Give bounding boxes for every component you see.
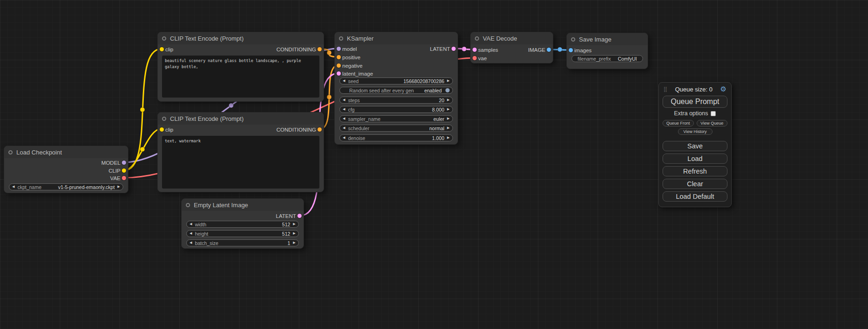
load-button[interactable]: Load (663, 154, 727, 164)
port-latent-output[interactable] (452, 47, 456, 51)
node-titlebar[interactable]: KSampler (335, 32, 458, 44)
widget-denoise[interactable]: ◀ denoise 1.000 ▶ (339, 134, 453, 141)
decrement-icon[interactable]: ◀ (343, 77, 345, 84)
queue-front-button[interactable]: Queue Front (663, 120, 694, 126)
collapse-dot-icon[interactable] (475, 36, 479, 41)
increment-icon[interactable]: ▶ (293, 239, 296, 246)
widget-ckpt-name[interactable]: ◀ ckpt_name v1-5-pruned-emaonly.ckpt ▶ (9, 183, 123, 190)
increment-icon[interactable]: ▶ (293, 230, 296, 237)
increment-icon[interactable]: ▶ (447, 77, 450, 84)
decrement-icon[interactable]: ◀ (343, 134, 345, 141)
port-model-output[interactable] (122, 161, 126, 165)
slot-label-model: model (342, 45, 357, 53)
increment-icon[interactable]: ▶ (118, 183, 120, 190)
prompt-textarea[interactable]: beautiful scenery nature glass bottle la… (162, 56, 319, 98)
node-title: CLIP Text Encode (Prompt) (170, 115, 244, 122)
queue-prompt-button[interactable]: Queue Prompt (663, 96, 727, 108)
clear-button[interactable]: Clear (663, 179, 727, 189)
node-title: Load Checkpoint (16, 149, 62, 156)
node-titlebar[interactable]: CLIP Text Encode (Prompt) (158, 32, 324, 44)
collapse-dot-icon[interactable] (186, 203, 190, 207)
node-ksampler[interactable]: KSampler model positive negative latent_… (334, 32, 458, 145)
load-default-button[interactable]: Load Default (663, 191, 727, 202)
collapse-dot-icon[interactable] (339, 36, 343, 41)
node-titlebar[interactable]: VAE Decode (471, 32, 553, 44)
increment-icon[interactable]: ▶ (447, 97, 450, 104)
node-title: Empty Latent Image (194, 202, 248, 209)
port-clip-output[interactable] (122, 168, 126, 173)
queue-panel-header: ⣿ Queue size: 0 ⚙ (663, 85, 727, 96)
port-image-output[interactable] (547, 48, 551, 52)
prompt-textarea[interactable]: text, watermark (162, 136, 319, 189)
port-images-input[interactable] (569, 48, 573, 52)
decrement-icon[interactable]: ◀ (12, 183, 14, 190)
node-titlebar[interactable]: CLIP Text Encode (Prompt) (158, 112, 324, 125)
toggle-knob-icon[interactable] (445, 88, 450, 92)
port-vae-input[interactable] (473, 56, 477, 60)
widget-seed[interactable]: ◀ seed 156680208700286 ▶ (339, 77, 453, 84)
increment-icon[interactable]: ▶ (447, 106, 450, 113)
refresh-button[interactable]: Refresh (663, 166, 727, 176)
collapse-dot-icon[interactable] (571, 37, 575, 42)
port-clip-input[interactable] (160, 47, 164, 51)
decrement-icon[interactable]: ◀ (190, 221, 192, 228)
collapse-dot-icon[interactable] (162, 117, 166, 121)
widget-batch-size[interactable]: ◀ batch_size 1 ▶ (186, 239, 299, 246)
widget-scheduler[interactable]: ◀ scheduler normal ▶ (339, 125, 453, 132)
collapse-dot-icon[interactable] (8, 150, 13, 154)
decrement-icon[interactable]: ◀ (343, 106, 345, 113)
widget-cfg[interactable]: ◀ cfg 8.000 ▶ (339, 106, 453, 113)
widget-value: 1.000 (432, 135, 444, 141)
port-model-input[interactable] (337, 47, 341, 51)
node-titlebar[interactable]: Save Image (567, 33, 648, 45)
view-queue-button[interactable]: View Queue (697, 120, 728, 126)
increment-icon[interactable]: ▶ (447, 125, 450, 132)
increment-icon[interactable]: ▶ (293, 221, 296, 228)
port-positive-input[interactable] (337, 55, 341, 59)
increment-icon[interactable]: ▶ (447, 134, 450, 141)
decrement-icon[interactable]: ◀ (343, 125, 345, 132)
widget-label: height (195, 231, 208, 237)
node-vae-decode[interactable]: VAE Decode samples vae IMAGE (470, 32, 553, 63)
decrement-icon[interactable]: ◀ (190, 230, 192, 237)
widget-width[interactable]: ◀ width 512 ▶ (186, 221, 299, 228)
extra-options-checkbox[interactable] (711, 111, 716, 116)
view-history-button[interactable]: View History (678, 128, 713, 135)
port-conditioning-output[interactable] (318, 127, 322, 132)
node-clip-text-encode-negative[interactable]: CLIP Text Encode (Prompt) clip CONDITION… (157, 112, 324, 192)
widget-height[interactable]: ◀ height 512 ▶ (186, 230, 299, 237)
node-save-image[interactable]: Save Image images filename_prefix ComfyU… (566, 33, 648, 69)
queue-panel: ⣿ Queue size: 0 ⚙ Queue Prompt Extra opt… (658, 82, 732, 207)
port-latent-output[interactable] (297, 214, 302, 218)
widget-value: enabled (424, 88, 442, 93)
decrement-icon[interactable]: ◀ (343, 97, 345, 104)
slot-label-vae: vae (478, 55, 487, 62)
decrement-icon[interactable]: ◀ (190, 239, 192, 246)
port-negative-input[interactable] (337, 63, 341, 68)
node-titlebar[interactable]: Empty Latent Image (182, 199, 303, 211)
graph-canvas[interactable]: Load Checkpoint MODEL CLIP VAE ◀ ckpt_na… (0, 0, 868, 329)
node-clip-text-encode-positive[interactable]: CLIP Text Encode (Prompt) clip CONDITION… (157, 32, 324, 102)
widget-filename-prefix[interactable]: filename_prefix ComfyUI (572, 55, 643, 62)
queue-actions-row: Queue Front View Queue (663, 120, 727, 126)
port-conditioning-output[interactable] (318, 47, 322, 51)
collapse-dot-icon[interactable] (162, 36, 166, 41)
settings-gear-icon[interactable]: ⚙ (720, 86, 727, 93)
port-latent-image-input[interactable] (337, 71, 341, 76)
port-clip-input[interactable] (160, 127, 164, 132)
widget-steps[interactable]: ◀ steps 20 ▶ (339, 97, 453, 104)
node-titlebar[interactable]: Load Checkpoint (4, 146, 128, 158)
widget-random-seed-toggle[interactable]: Random seed after every gen enabled (339, 87, 453, 94)
decrement-icon[interactable]: ◀ (343, 115, 345, 122)
node-empty-latent-image[interactable]: Empty Latent Image LATENT ◀ width 512 ▶ … (181, 198, 304, 249)
drag-handle-icon[interactable]: ⣿ (663, 86, 667, 92)
port-vae-output[interactable] (122, 176, 126, 180)
node-load-checkpoint[interactable]: Load Checkpoint MODEL CLIP VAE ◀ ckpt_na… (4, 146, 128, 193)
increment-icon[interactable]: ▶ (447, 115, 450, 122)
port-samples-input[interactable] (473, 48, 477, 52)
save-button[interactable]: Save (663, 141, 727, 151)
workflow-actions-group: Save Load Refresh Clear Load Default (663, 141, 727, 202)
link-midpoint-dot (140, 107, 145, 112)
widget-sampler-name[interactable]: ◀ sampler_name euler ▶ (339, 115, 453, 122)
widget-value: 1 (288, 240, 290, 246)
